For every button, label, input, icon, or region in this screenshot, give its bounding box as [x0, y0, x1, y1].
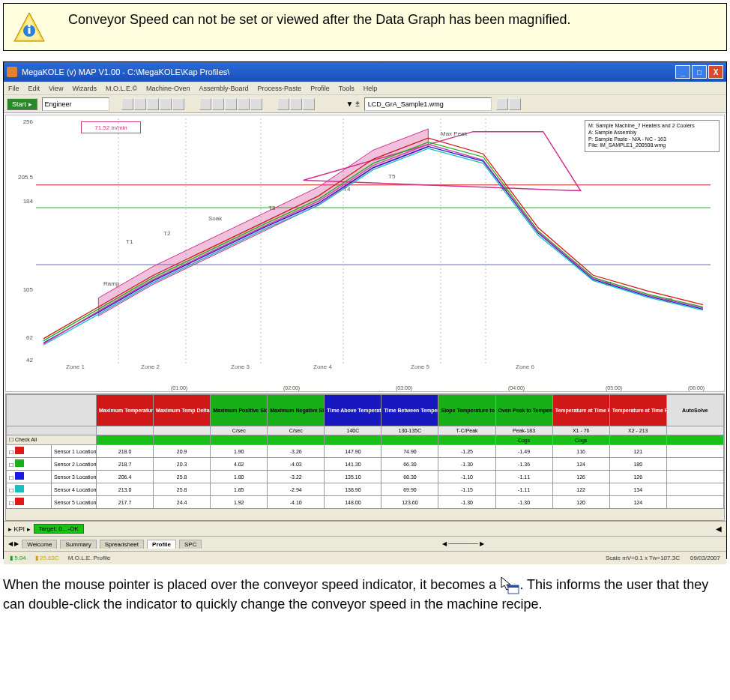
menu-wizards[interactable]: Wizards — [72, 85, 97, 92]
table-row[interactable]: ☐ Sensor 5 Location217.724.41.92-4.10148… — [7, 496, 724, 509]
note-box: Conveyor Speed can not be set or viewed … — [3, 3, 727, 51]
target-tab-row: ▸ KPI ▸ Target: 0…-OK ◀ — [4, 521, 726, 536]
menu-tools[interactable]: Tools — [339, 85, 355, 92]
y-axis-tick: 256 — [7, 118, 33, 125]
note-text: Conveyor Speed can not be set or viewed … — [68, 10, 570, 28]
table-header: AutoSolve — [666, 395, 723, 426]
info-warning-icon — [13, 11, 46, 44]
menu-process-paste[interactable]: Process-Paste — [258, 85, 302, 92]
toolbar-icon[interactable] — [199, 98, 211, 110]
table-header: Maximum Positive Slope — [211, 395, 268, 426]
tab-welcome[interactable]: Welcome — [22, 540, 57, 549]
menu-help[interactable]: Help — [364, 85, 378, 92]
svg-text:T2: T2 — [163, 230, 171, 237]
y-axis-tick: 184 — [7, 198, 33, 205]
svg-text:X1: X1 — [501, 186, 508, 193]
tab-nav-arrows[interactable]: ◀ ▶ — [8, 540, 19, 547]
app-icon — [7, 67, 17, 77]
tab-spc[interactable]: SPC — [179, 540, 202, 549]
toolbar-icon[interactable] — [147, 98, 159, 110]
toolbar-icon-group-1 — [121, 98, 184, 110]
table-header: Temperature at Time Reference — [552, 395, 609, 426]
bottom-tabs: ◀ ▶ Welcome Summary Spreadsheet Profile … — [4, 536, 726, 551]
toolbar-icon[interactable] — [250, 98, 262, 110]
x-axis-zone: Zone 5 — [411, 363, 429, 370]
x-axis-time: (05:00) — [606, 385, 622, 390]
menu-view[interactable]: View — [49, 85, 63, 92]
table-header: Time Above Temperature Reference Point (… — [325, 395, 381, 426]
x-axis-time: (06:00) — [688, 385, 705, 390]
toolbar-icon[interactable] — [303, 98, 315, 110]
y-axis-tick: 42 — [7, 357, 33, 363]
status-value-1: ▮ 5.04 — [10, 555, 26, 561]
target-ok-tab[interactable]: Target: 0…-OK — [34, 524, 84, 534]
data-graph[interactable]: 256 205.5 184 105 62 42 71.52 in/min M: … — [5, 115, 725, 392]
svg-rect-3 — [28, 28, 31, 34]
window-close-button[interactable]: X — [708, 65, 723, 79]
table-header: Temperature at Time Reference — [609, 395, 666, 426]
tab-summary[interactable]: Summary — [60, 540, 96, 549]
window-minimize-button[interactable]: _ — [675, 65, 690, 79]
toolbar-down-icon[interactable] — [509, 98, 521, 110]
table-header: Maximum Temp Delta — [154, 395, 211, 426]
toolbar-icon[interactable] — [290, 98, 302, 110]
window-maximize-button[interactable]: □ — [692, 65, 707, 79]
toolbar-up-icon[interactable] — [496, 98, 508, 110]
parameter-table: Maximum TemperatureMaximum Temp DeltaMax… — [5, 393, 725, 521]
toolbar-icon[interactable] — [277, 98, 289, 110]
svg-text:02: 02 — [666, 297, 672, 304]
svg-text:Ramp: Ramp — [103, 280, 120, 287]
menu-profile[interactable]: Profile — [310, 85, 330, 92]
svg-point-4 — [28, 25, 31, 28]
svg-text:Max Peak: Max Peak — [441, 130, 468, 137]
user-role-dropdown[interactable]: Engineer — [42, 97, 109, 111]
instruction-text-a: When the mouse pointer is placed over th… — [3, 577, 500, 592]
x-axis-time: (01:00) — [171, 385, 187, 390]
menu-edit[interactable]: Edit — [28, 85, 40, 92]
x-axis-zone: Zone 4 — [313, 363, 332, 370]
toolbar-icon[interactable] — [238, 98, 250, 110]
toolbar-icon[interactable] — [172, 98, 184, 110]
toolbar-icon-group-2 — [199, 98, 262, 110]
svg-rect-29 — [508, 585, 519, 588]
menu-file[interactable]: File — [8, 85, 19, 92]
chart-plot: RampSoakT1T2T3T4T5Max PeakX10102 — [36, 118, 711, 366]
toolbar-icon[interactable] — [134, 98, 146, 110]
window-titlebar[interactable]: MegaKOLE (v) MAP V1.00 - C:\MegaKOLE\Kap… — [4, 62, 726, 82]
status-mode: M.O.L.E. Profile — [68, 555, 110, 561]
x-axis-time: (04:00) — [508, 385, 525, 390]
tab-profile[interactable]: Profile — [147, 540, 176, 549]
y-axis-tick: 205.5 — [7, 174, 33, 181]
status-scale: Scale mV=0.1 x Tw=107.3C — [606, 555, 680, 561]
toolbar-icon[interactable] — [160, 98, 172, 110]
tab-spreadsheet[interactable]: Spreadsheet — [100, 540, 144, 549]
svg-text:T1: T1 — [126, 238, 133, 245]
svg-text:T5: T5 — [388, 173, 396, 180]
y-axis-tick: 105 — [7, 286, 33, 293]
table-header: Time Between Temperature — [381, 395, 438, 426]
table-row[interactable]: ☐ Sensor 3 Location206.425.81.80-3.22135… — [7, 471, 724, 483]
table-row[interactable]: ☐ Sensor 1 Location218.020.91.90-3.26147… — [7, 445, 724, 458]
menu-mole[interactable]: M.O.L.E.© — [106, 85, 137, 92]
y-axis-tick: 62 — [7, 334, 33, 341]
menubar: File Edit View Wizards M.O.L.E.© Machine… — [4, 82, 726, 95]
toolbar-icon-group-3 — [277, 98, 315, 110]
conveyor-cursor-icon — [500, 576, 519, 595]
svg-text:01: 01 — [606, 280, 612, 287]
window-title: MegaKOLE (v) MAP V1.00 - C:\MegaKOLE\Kap… — [22, 67, 229, 76]
toolbar: Start ▸ Engineer ▼ ± LCD_GrA_Sample1.wmg — [4, 95, 726, 113]
menu-assembly-board[interactable]: Assembly-Board — [199, 85, 249, 92]
table-row[interactable]: ☐ Sensor 2 Location218.720.34.02-4.03141… — [7, 458, 724, 471]
x-axis-time: (03:00) — [396, 385, 412, 390]
file-name-field[interactable]: LCD_GrA_Sample1.wmg — [364, 97, 492, 111]
table-row[interactable]: ☐ Sensor 4 Location213.025.81.85-2.94138… — [7, 483, 724, 496]
start-button[interactable]: Start ▸ — [7, 98, 37, 110]
toolbar-icon[interactable] — [212, 98, 224, 110]
x-axis-zone: Zone 1 — [66, 363, 85, 370]
data-table[interactable]: Maximum TemperatureMaximum Temp DeltaMax… — [6, 394, 724, 509]
x-axis-time: (02:00) — [283, 385, 300, 390]
table-header: Slope Temperature to Temp — [438, 395, 495, 426]
toolbar-icon[interactable] — [121, 98, 133, 110]
toolbar-icon[interactable] — [225, 98, 237, 110]
menu-machine-oven[interactable]: Machine-Oven — [146, 85, 190, 92]
